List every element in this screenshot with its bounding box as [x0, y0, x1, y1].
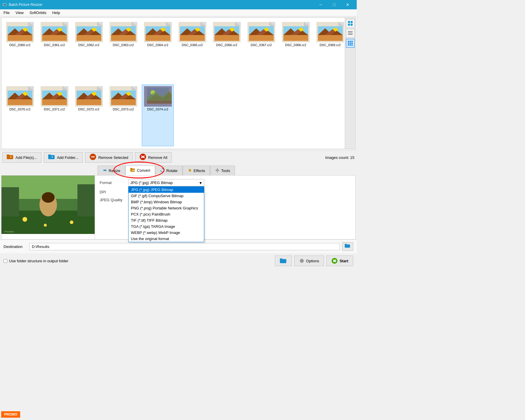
svg-rect-152	[348, 21, 350, 23]
svg-rect-84	[249, 35, 274, 41]
remove-all-icon	[139, 153, 146, 162]
format-option-webp[interactable]: WEBP (*.webp) WebP Image	[129, 230, 204, 236]
file-thumbnail	[41, 22, 68, 42]
file-item[interactable]: DSC_0374.cr2	[142, 84, 174, 146]
file-item[interactable]: DSC_0367.cr2	[245, 20, 277, 82]
svg-text:Preview: Preview	[4, 230, 14, 233]
file-item[interactable]: DSC_0369.cr2	[314, 20, 346, 82]
format-option-png[interactable]: PNG (*.png) Portable Network Graphics	[129, 205, 204, 211]
convert-tabs-area: ResizeCRConvertRotateEffectsTools	[0, 164, 357, 175]
format-label: Format	[100, 181, 126, 185]
remove-all-button[interactable]: Remove All	[135, 152, 172, 163]
file-item[interactable]: DSC_0370.cr2	[4, 84, 36, 146]
svg-rect-54	[145, 35, 170, 41]
format-dropdown-list: JPG (*.jpg) JPEG BitmapGIF (*.gif) Compu…	[128, 186, 204, 242]
svg-rect-172	[48, 155, 51, 156]
main-content: Preview Format JPG (*.jpg) JPEG BitmapGI…	[1, 175, 356, 239]
svg-rect-201	[280, 259, 286, 263]
convert-tab-effects[interactable]: Effects	[183, 166, 210, 175]
format-option-jpg[interactable]: JPG (*.jpg) JPEG Bitmap	[129, 187, 204, 193]
menu-help[interactable]: Help	[50, 10, 63, 15]
destination-input[interactable]	[29, 243, 340, 250]
convert-tab-convert[interactable]: CRConvert	[125, 166, 155, 175]
svg-rect-197	[77, 184, 95, 216]
file-thumbnail	[75, 22, 103, 42]
file-item[interactable]: DSC_0365.cr2	[176, 20, 208, 82]
add-folder-button[interactable]: + Add Folder...	[44, 152, 83, 163]
file-name: DSC_0367.cr2	[251, 43, 272, 47]
folder-structure-checkbox[interactable]	[4, 259, 7, 263]
svg-point-194	[44, 224, 47, 227]
file-item[interactable]: DSC_0364.cr2	[142, 20, 174, 82]
file-item[interactable]: DSC_0368.cr2	[280, 20, 312, 82]
menu-file[interactable]: File	[1, 10, 12, 15]
file-item[interactable]: DSC_0360.cr2	[4, 20, 36, 82]
svg-point-195	[42, 192, 55, 203]
large-icon-view-button[interactable]	[346, 19, 355, 28]
svg-rect-74	[214, 35, 239, 41]
svg-text:+: +	[10, 155, 12, 159]
svg-rect-14	[8, 35, 32, 41]
format-option-tga[interactable]: TGA (*.tga) TARGA Image	[129, 223, 204, 230]
format-select[interactable]: JPG (*.jpg) JPEG BitmapGIF (*.gif) Compu…	[128, 179, 204, 186]
file-item[interactable]: DSC_0362.cr2	[73, 20, 105, 82]
svg-rect-44	[111, 35, 136, 41]
menu-softorbits[interactable]: SoftOrbits	[27, 10, 49, 15]
effects-tab-icon	[188, 168, 192, 173]
file-item[interactable]: DSC_0372.cr2	[73, 84, 105, 146]
file-item[interactable]: DSC_0366.cr2	[211, 20, 243, 82]
svg-rect-169	[7, 155, 9, 156]
file-name: DSC_0365.cr2	[182, 43, 203, 47]
add-files-button[interactable]: + Add File(s)...	[2, 152, 41, 163]
grid-view-button[interactable]	[346, 39, 355, 48]
folder-structure-label: Use folder structure in output folder	[9, 259, 68, 263]
rotate-tab-icon	[160, 168, 165, 173]
file-item[interactable]: DSC_0371.cr2	[38, 84, 70, 146]
app-icon	[2, 2, 7, 7]
start-button[interactable]: Start	[326, 256, 353, 266]
svg-rect-94	[283, 35, 308, 41]
svg-point-204	[301, 260, 303, 262]
svg-rect-114	[8, 99, 32, 105]
svg-rect-159	[348, 41, 349, 42]
convert-tab-icon: CR	[130, 168, 136, 173]
convert-tab-rotate[interactable]: Rotate	[155, 166, 182, 175]
bottom-toolbar: + Add File(s)... + Add Folder... Remove …	[0, 150, 357, 164]
menu-view[interactable]: View	[13, 10, 26, 15]
file-item[interactable]: DSC_0373.cr2	[107, 84, 139, 146]
file-thumbnail	[213, 22, 241, 42]
file-item[interactable]: DSC_0361.cr2	[38, 20, 70, 82]
format-option-pcx[interactable]: PCX (*.pcx) PaintBrush	[129, 211, 204, 217]
title-bar: Batch Picture Resizer ─ □ ✕	[0, 0, 357, 9]
format-option-tif[interactable]: TIF (*.tif) TIFF Bitmap	[129, 217, 204, 223]
list-view-button[interactable]	[346, 29, 355, 38]
destination-browse-button[interactable]	[342, 242, 353, 251]
close-button[interactable]: ✕	[341, 0, 354, 9]
file-item[interactable]: DSC_0363.cr2	[107, 20, 139, 82]
remove-selected-button[interactable]: Remove Selected	[85, 152, 133, 163]
convert-tab-tools[interactable]: Tools	[210, 166, 235, 175]
folder-icon-button[interactable]	[275, 256, 292, 266]
file-thumbnail	[179, 22, 206, 42]
maximize-button[interactable]: □	[328, 0, 341, 9]
format-option-bmp[interactable]: BMP (*.bmp) Windows Bitmap	[129, 199, 204, 205]
gear-icon	[299, 258, 304, 263]
effects-tab-label: Effects	[194, 169, 205, 173]
start-icon	[331, 258, 338, 264]
footer-area: Use folder structure in output folder PR…	[0, 253, 357, 268]
options-button[interactable]: Options	[294, 256, 324, 266]
svg-rect-161	[351, 41, 353, 42]
tools-tab-icon	[215, 168, 220, 173]
format-option-gif[interactable]: GIF (*.gif) CompuServe Bitmap	[129, 193, 204, 199]
file-area: DSC_0360.cr2 DSC_0361.cr2	[1, 18, 356, 149]
svg-text:+: +	[51, 155, 53, 159]
svg-rect-158	[348, 34, 353, 35]
format-option-original[interactable]: Use the original format	[129, 236, 204, 242]
rotate-tab-label: Rotate	[166, 169, 177, 173]
destination-browse-btn-row	[275, 256, 292, 266]
svg-rect-164	[351, 43, 353, 44]
title-bar-controls: ─ □ ✕	[314, 0, 354, 9]
convert-tab-resize[interactable]: Resize	[98, 166, 125, 175]
file-thumbnail	[75, 86, 103, 107]
minimize-button[interactable]: ─	[314, 0, 328, 9]
